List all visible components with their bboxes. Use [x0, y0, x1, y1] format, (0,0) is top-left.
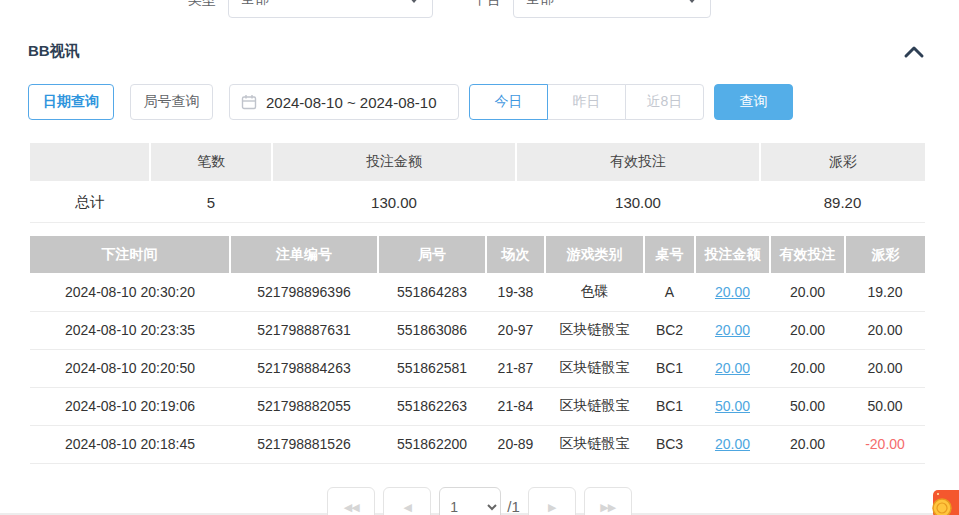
table-id-cell: BC3 — [644, 425, 695, 463]
tab-date-query[interactable]: 日期查询 — [28, 84, 114, 120]
type-filter-value: 全部 — [241, 0, 269, 8]
type-filter-label: 类型 — [188, 0, 216, 18]
summary-header-row: 笔数 投注金额 有效投注 派彩 — [30, 143, 925, 182]
summary-total-row: 总计 5 130.00 130.00 89.20 — [30, 182, 925, 222]
top-filter-row: 类型 全部 平台 全部 — [188, 0, 711, 18]
payout-cell: -20.00 — [845, 425, 925, 463]
prev-page-icon: ◀ — [404, 501, 411, 514]
valid-bet-cell: 50.00 — [770, 387, 845, 425]
records-header-valid-bet: 有效投注 — [770, 236, 845, 273]
table-id-cell: BC1 — [644, 349, 695, 387]
prev-page-button[interactable]: ◀ — [383, 487, 431, 515]
bet-amount-link[interactable]: 20.00 — [715, 436, 750, 452]
summary-header-payout: 派彩 — [760, 143, 925, 182]
search-button[interactable]: 查询 — [714, 84, 793, 120]
quick-range-today[interactable]: 今日 — [469, 84, 548, 120]
page-select[interactable]: 1 — [439, 487, 501, 515]
platform-filter-value: 全部 — [526, 0, 554, 8]
table-id-cell: BC2 — [644, 311, 695, 349]
summary-total-payout: 89.20 — [760, 182, 925, 222]
tab-round-query[interactable]: 局号查询 — [130, 84, 213, 120]
game-type-cell: 区块链骰宝 — [545, 311, 644, 349]
pagination: ◀◀ ◀ 1 /1 ▶ ▶▶ — [0, 487, 959, 515]
payout-cell: 50.00 — [845, 387, 925, 425]
records-body: 2024-08-10 20:30:20521798896396551864283… — [30, 273, 925, 463]
platform-filter-label: 平台 — [473, 0, 501, 18]
session-cell: 20-97 — [486, 311, 545, 349]
quick-range-last8days[interactable]: 近8日 — [625, 84, 704, 120]
chevron-up-icon — [903, 44, 925, 59]
round-id-cell: 551862200 — [378, 425, 486, 463]
table-id-cell: A — [644, 273, 695, 311]
round-id-cell: 551864283 — [378, 273, 486, 311]
records-header-round-id: 局号 — [378, 236, 486, 273]
game-type-cell: 区块链骰宝 — [545, 425, 644, 463]
last-page-button[interactable]: ▶▶ — [584, 487, 632, 515]
bet-time-cell: 2024-08-10 20:19:06 — [30, 387, 230, 425]
summary-table: 笔数 投注金额 有效投注 派彩 总计 5 130.00 130.00 89.20 — [30, 143, 925, 223]
payout-cell: 20.00 — [845, 311, 925, 349]
records-header-game-type: 游戏类别 — [545, 236, 644, 273]
bet-amount-cell: 20.00 — [695, 273, 770, 311]
table-row: 2024-08-10 20:23:35521798887631551863086… — [30, 311, 925, 349]
bet-amount-link[interactable]: 20.00 — [715, 360, 750, 376]
platform-filter-select[interactable]: 全部 — [513, 0, 711, 18]
section-header: BB视讯 — [28, 42, 925, 61]
customer-service-widget[interactable] — [931, 488, 959, 515]
bet-amount-link[interactable]: 20.00 — [715, 284, 750, 300]
chevron-down-icon — [408, 0, 420, 3]
query-bar: 日期查询 局号查询 2024-08-10 ~ 2024-08-10 今日 昨日 … — [28, 84, 793, 120]
summary-total-count: 5 — [150, 182, 272, 222]
game-type-cell: 区块链骰宝 — [545, 349, 644, 387]
session-cell: 19-38 — [486, 273, 545, 311]
order-id-cell: 521798896396 — [230, 273, 378, 311]
order-id-cell: 521798882055 — [230, 387, 378, 425]
order-id-cell: 521798881526 — [230, 425, 378, 463]
collapse-section-button[interactable] — [903, 44, 925, 59]
bet-amount-cell: 50.00 — [695, 387, 770, 425]
order-id-cell: 521798887631 — [230, 311, 378, 349]
page-title: BB视讯 — [28, 42, 80, 61]
bet-time-cell: 2024-08-10 20:30:20 — [30, 273, 230, 311]
round-id-cell: 551863086 — [378, 311, 486, 349]
first-page-button[interactable]: ◀◀ — [327, 487, 375, 515]
session-cell: 21-87 — [486, 349, 545, 387]
records-header-row: 下注时间 注单编号 局号 场次 游戏类别 桌号 投注金额 有效投注 派彩 — [30, 236, 925, 273]
valid-bet-cell: 20.00 — [770, 425, 845, 463]
summary-header-blank — [30, 143, 150, 182]
summary-header-valid-bet: 有效投注 — [516, 143, 760, 182]
quick-range-yesterday[interactable]: 昨日 — [547, 84, 626, 120]
summary-header-count: 笔数 — [150, 143, 272, 182]
bet-time-cell: 2024-08-10 20:23:35 — [30, 311, 230, 349]
bet-amount-link[interactable]: 20.00 — [715, 322, 750, 338]
session-cell: 20-89 — [486, 425, 545, 463]
table-row: 2024-08-10 20:18:45521798881526551862200… — [30, 425, 925, 463]
table-row: 2024-08-10 20:19:06521798882055551862263… — [30, 387, 925, 425]
valid-bet-cell: 20.00 — [770, 311, 845, 349]
bet-amount-cell: 20.00 — [695, 349, 770, 387]
payout-cell: 19.20 — [845, 273, 925, 311]
table-id-cell: BC1 — [644, 387, 695, 425]
game-type-cell: 区块链骰宝 — [545, 387, 644, 425]
bet-amount-cell: 20.00 — [695, 311, 770, 349]
next-page-icon: ▶ — [548, 501, 555, 514]
page-total-label: /1 — [507, 487, 520, 515]
type-filter-select[interactable]: 全部 — [228, 0, 433, 18]
date-range-input[interactable]: 2024-08-10 ~ 2024-08-10 — [229, 84, 459, 120]
records-header-table-id: 桌号 — [644, 236, 695, 273]
round-id-cell: 551862263 — [378, 387, 486, 425]
session-cell: 21-84 — [486, 387, 545, 425]
round-id-cell: 551862581 — [378, 349, 486, 387]
table-row: 2024-08-10 20:20:50521798884263551862581… — [30, 349, 925, 387]
bet-amount-link[interactable]: 50.00 — [715, 398, 750, 414]
order-id-cell: 521798884263 — [230, 349, 378, 387]
records-table: 下注时间 注单编号 局号 场次 游戏类别 桌号 投注金额 有效投注 派彩 202… — [30, 236, 925, 464]
quick-range-group: 今日 昨日 近8日 — [469, 84, 704, 120]
payout-cell: 20.00 — [845, 349, 925, 387]
records-header-order-id: 注单编号 — [230, 236, 378, 273]
date-range-value: 2024-08-10 ~ 2024-08-10 — [266, 94, 437, 111]
customer-service-icon — [931, 488, 959, 515]
bet-time-cell: 2024-08-10 20:18:45 — [30, 425, 230, 463]
next-page-button[interactable]: ▶ — [528, 487, 576, 515]
records-header-bet-amount: 投注金额 — [695, 236, 770, 273]
